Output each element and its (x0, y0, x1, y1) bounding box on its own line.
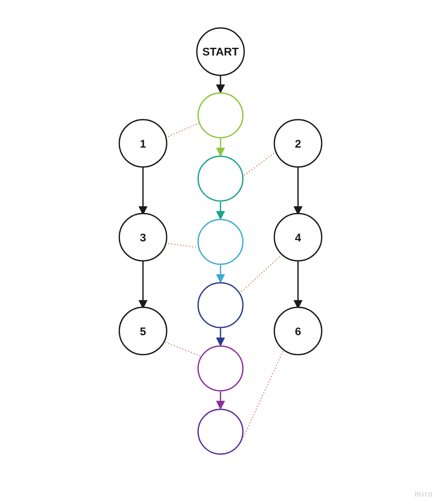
node-c3 (198, 220, 243, 264)
node-n1: 1 (119, 120, 167, 167)
node-n3-label: 3 (140, 231, 146, 244)
node-c6 (198, 409, 243, 454)
edge-n4-c4 (239, 254, 282, 294)
svg-point-5 (198, 346, 243, 391)
node-n2-label: 2 (295, 137, 301, 150)
edge-n3-c3 (165, 243, 198, 247)
miro-watermark: miro (415, 490, 433, 499)
node-c1 (198, 93, 243, 138)
node-c2 (198, 156, 243, 201)
node-n4-label: 4 (295, 231, 301, 244)
svg-point-2 (198, 156, 243, 201)
node-n3: 3 (119, 213, 167, 261)
node-n5: 5 (119, 307, 167, 355)
node-c5 (198, 346, 243, 391)
node-c4 (198, 283, 243, 328)
edge-n2-c2 (244, 152, 276, 176)
node-n6-label: 6 (295, 325, 301, 338)
edge-n1-c1 (165, 123, 199, 138)
node-n4: 4 (274, 213, 322, 261)
svg-point-3 (198, 220, 243, 264)
node-n1-label: 1 (140, 137, 146, 150)
flowchart-diagram: START 1 3 5 2 4 (0, 0, 441, 504)
node-n2: 2 (274, 120, 322, 167)
node-n6: 6 (274, 307, 322, 355)
node-n5-label: 5 (140, 325, 146, 338)
svg-point-1 (198, 93, 243, 138)
svg-point-4 (198, 283, 243, 328)
edge-n5-c5 (163, 341, 202, 356)
edge-n6-c6 (242, 349, 284, 439)
node-start-label: START (202, 45, 239, 58)
node-start: START (197, 28, 244, 75)
svg-point-6 (198, 409, 243, 454)
